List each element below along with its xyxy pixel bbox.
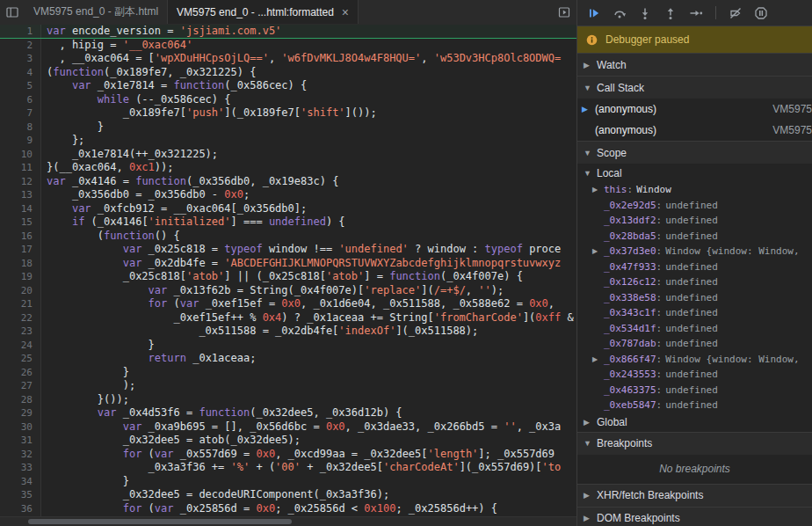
line-number[interactable]: 29 (0, 406, 40, 420)
code-text[interactable]: (function(_0x189fe7, _0x321225) { (40, 66, 576, 80)
line-number[interactable]: 22 (0, 311, 40, 325)
code-text[interactable]: _0x3a3f36 += '%' + ('00' + _0x32dee5['ch… (40, 461, 576, 475)
line-number[interactable]: 13 (0, 188, 40, 202)
code-text[interactable]: if (_0x4146['initialized'] === undefined… (40, 216, 576, 230)
line-number[interactable]: 25 (0, 352, 40, 366)
chevron-right-icon[interactable]: ▶ (592, 186, 604, 194)
code-text[interactable]: return _0x1aceaa; (40, 352, 576, 366)
line-number[interactable]: 3 (0, 52, 40, 66)
line-number[interactable]: 32 (0, 448, 40, 462)
scope-variable[interactable]: ▶this:Window (577, 182, 812, 198)
line-number[interactable]: 7 (0, 106, 40, 121)
step-button[interactable] (686, 4, 706, 23)
code-text[interactable]: _0x356db0 = _0x356db0 - 0x0; (40, 188, 576, 202)
line-number[interactable]: 27 (0, 379, 40, 393)
code-text[interactable]: (function() { (40, 230, 576, 244)
code-text[interactable]: var _0xfcb912 = __0xac064[_0x356db0]; (40, 202, 576, 216)
call-stack-frame[interactable]: (anonymous)VM5975 (577, 120, 812, 141)
code-text[interactable]: } (40, 339, 576, 353)
code-text[interactable]: }()); (40, 393, 576, 407)
show-navigator-button[interactable] (0, 0, 25, 24)
scope-variable[interactable]: ▶_0x866f47:Window {window: Window, (577, 352, 812, 368)
code-text[interactable]: var _0xa9b695 = [], _0x56d6bc = 0x0, _0x… (40, 420, 576, 435)
more-tabs-button[interactable] (552, 0, 576, 24)
dom-breakpoints-section-header[interactable]: ▶ DOM Breakpoints (577, 507, 812, 526)
line-number[interactable]: 18 (0, 257, 40, 271)
line-number[interactable]: 1 (0, 25, 40, 39)
code-editor[interactable]: 1var encode_version = 'jsjiami.com.v5'2 … (0, 25, 576, 526)
code-text[interactable]: for (var _0x557d69 = 0x0, _0xcd99aa = _0… (40, 448, 576, 462)
chevron-right-icon[interactable]: ▶ (592, 247, 604, 255)
code-text[interactable]: _0xef15ef++ % 0x4) ? _0x1aceaa += String… (40, 311, 576, 325)
deactivate-breakpoints-button[interactable] (726, 4, 745, 23)
line-number[interactable]: 17 (0, 243, 40, 257)
call-stack-section-header[interactable]: ▼ Call Stack (577, 76, 812, 99)
tab-vm5975-formatted[interactable]: VM5975 end_0 - ...html:formatted × (168, 0, 359, 24)
step-out-button[interactable] (661, 4, 680, 23)
code-text[interactable]: var _0x4146 = function(_0x356db0, _0x19e… (40, 175, 576, 189)
tab-vm5975-copy[interactable]: VM5975 end_0 - 副本.html (25, 0, 168, 24)
code-text[interactable]: _0x32dee5 = decodeURIComponent(_0x3a3f36… (40, 488, 576, 502)
code-text[interactable]: ); (40, 379, 576, 393)
line-number[interactable]: 10 (0, 148, 40, 162)
resume-button[interactable] (584, 4, 604, 23)
scrollbar-thumb[interactable] (28, 519, 292, 524)
line-number[interactable]: 20 (0, 284, 40, 298)
line-number[interactable]: 15 (0, 216, 40, 230)
code-text[interactable]: , hipig = '__0xac064' (40, 39, 576, 53)
step-into-button[interactable] (635, 4, 655, 23)
scope-variable[interactable]: ▶_0x37d3e0:Window {window: Window, (577, 244, 812, 259)
line-number[interactable]: 36 (0, 502, 40, 516)
code-text[interactable]: }; (40, 134, 576, 148)
line-number[interactable]: 30 (0, 420, 40, 435)
line-number[interactable]: 31 (0, 434, 40, 448)
code-text[interactable]: _0x1e7814(++_0x321225); (40, 148, 576, 162)
code-text[interactable]: } (40, 475, 576, 489)
horizontal-scrollbar[interactable] (0, 516, 576, 526)
code-text[interactable]: for (var _0xef15ef = 0x0, _0x1d6e04, _0x… (40, 297, 576, 311)
line-number[interactable]: 21 (0, 297, 40, 311)
line-number[interactable]: 33 (0, 461, 40, 475)
code-text[interactable]: , __0xac064 = ['wpXDuHHCpsOjLQ==', 'w6fD… (40, 52, 576, 66)
line-number[interactable]: 6 (0, 93, 40, 107)
code-text[interactable]: } (40, 366, 576, 380)
line-number[interactable]: 26 (0, 366, 40, 380)
code-text[interactable]: var _0x2db4fe = 'ABCDEFGHIJKLMNOPQRSTUVW… (40, 257, 576, 271)
close-tab-icon[interactable]: × (342, 6, 349, 18)
line-number[interactable]: 14 (0, 202, 40, 216)
watch-section-header[interactable]: ▶ Watch (577, 53, 812, 76)
code-text[interactable]: }(__0xac064, 0xc1)); (40, 161, 576, 175)
breakpoints-section-header[interactable]: ▼ Breakpoints (577, 432, 812, 455)
line-number[interactable]: 2 (0, 39, 40, 53)
code-text[interactable]: _0x189fe7['push'](_0x189fe7['shift']()); (40, 106, 576, 121)
pause-on-exceptions-button[interactable] (751, 4, 771, 23)
code-text[interactable]: var _0x25c818 = typeof window !== 'undef… (40, 243, 576, 257)
code-text[interactable]: for (var _0x25856d = 0x0; _0x25856d < 0x… (40, 502, 576, 516)
code-text[interactable]: _0x32dee5 = atob(_0x32dee5); (40, 434, 576, 448)
code-text[interactable]: var encode_version = 'jsjiami.com.v5' (40, 25, 576, 39)
line-number[interactable]: 9 (0, 134, 40, 148)
scope-section-header[interactable]: ▼ Scope (577, 141, 812, 164)
scope-group-global[interactable]: ▶Global (577, 413, 812, 432)
line-number[interactable]: 35 (0, 488, 40, 502)
line-number[interactable]: 34 (0, 475, 40, 489)
code-text[interactable]: var _0x1e7814 = function(_0x586cec) { (40, 79, 576, 93)
code-text[interactable]: } (40, 121, 576, 135)
line-number[interactable]: 24 (0, 339, 40, 353)
line-number[interactable]: 19 (0, 270, 40, 284)
xhr-breakpoints-section-header[interactable]: ▶ XHR/fetch Breakpoints (577, 484, 812, 507)
line-number[interactable]: 23 (0, 325, 40, 339)
call-stack-frame[interactable]: ▶(anonymous)VM5975 (577, 99, 812, 120)
line-number[interactable]: 5 (0, 79, 40, 93)
line-number[interactable]: 11 (0, 161, 40, 175)
line-number[interactable]: 4 (0, 66, 40, 80)
scope-group-local[interactable]: ▼Local (577, 164, 812, 182)
code-text[interactable]: _0x25c818['atob'] || (_0x25c818['atob'] … (40, 270, 576, 284)
step-over-button[interactable] (610, 4, 629, 23)
code-text[interactable]: var _0x13f62b = String(_0x4f007e)['repla… (40, 284, 576, 298)
code-text[interactable]: _0x511588 = _0x2db4fe['indexOf'](_0x5115… (40, 325, 576, 339)
code-text[interactable]: while (--_0x586cec) { (40, 93, 576, 107)
line-number[interactable]: 12 (0, 175, 40, 189)
chevron-right-icon[interactable]: ▶ (592, 355, 604, 363)
line-number[interactable]: 8 (0, 121, 40, 135)
